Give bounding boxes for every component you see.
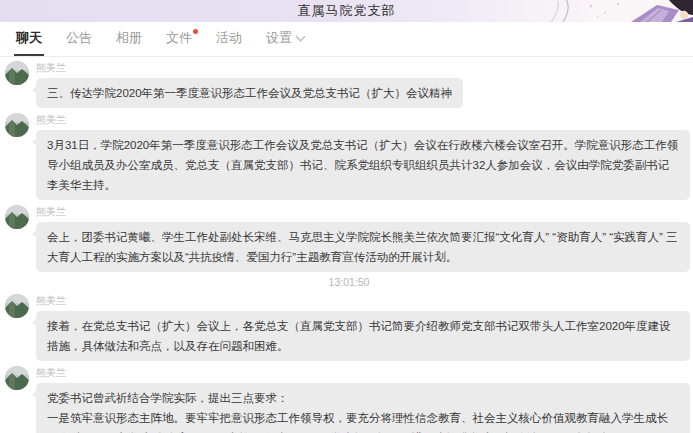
sender-name: 熊美兰 xyxy=(36,61,690,75)
avatar[interactable] xyxy=(5,61,29,85)
message-body: 熊美兰 接着，在党总支书记（扩大）会议上，各党总支（直属党支部）书记简要介绍教师… xyxy=(36,293,693,361)
avatar-image xyxy=(5,366,29,390)
tab-chat-label: 聊天 xyxy=(16,29,42,47)
tab-chat[interactable]: 聊天 xyxy=(14,22,44,56)
avatar-image xyxy=(5,294,29,318)
chat-message: 熊美兰 接着，在党总支书记（扩大）会议上，各党总支（直属党支部）书记简要介绍教师… xyxy=(5,293,693,361)
avatar[interactable] xyxy=(5,366,29,390)
sender-name: 熊美兰 xyxy=(36,205,690,219)
tab-activities[interactable]: 活动 xyxy=(214,22,244,56)
chat-message-list: 熊美兰 三、传达学院2020年第一季度意识形态工作会议及党总支书记（扩大）会议精… xyxy=(0,57,693,433)
avatar[interactable] xyxy=(5,205,29,229)
sender-name: 熊美兰 xyxy=(36,366,690,380)
chevron-down-icon xyxy=(296,32,306,42)
tab-activities-label: 活动 xyxy=(216,29,242,47)
sender-name: 熊美兰 xyxy=(36,294,690,308)
tab-announcements-label: 公告 xyxy=(66,29,92,47)
message-body: 熊美兰 党委书记曾武祈结合学院实际，提出三点要求： 一是筑牢意识形态主阵地。要牢… xyxy=(36,365,693,433)
chat-message: 熊美兰 三、传达学院2020年第一季度意识形态工作会议及党总支书记（扩大）会议精… xyxy=(5,60,693,108)
message-body: 熊美兰 3月31日，学院2020年第一季度意识形态工作会议及党总支书记（扩大）会… xyxy=(36,112,693,200)
message-bubble: 党委书记曾武祈结合学院实际，提出三点要求： 一是筑牢意识形态主阵地。要牢牢把意识… xyxy=(36,383,690,433)
header-artwork-image xyxy=(543,0,693,22)
message-bubble: 接着，在党总支书记（扩大）会议上，各党总支（直属党支部）书记简要介绍教师党支部书… xyxy=(36,311,690,361)
avatar[interactable] xyxy=(5,294,29,318)
tab-files-label: 文件 xyxy=(166,29,192,47)
tab-announcements[interactable]: 公告 xyxy=(64,22,94,56)
group-header: 直属马院党支部 xyxy=(0,0,693,22)
avatar[interactable] xyxy=(5,113,29,137)
timestamp: 13:01:50 xyxy=(5,276,693,288)
message-bubble: 三、传达学院2020年第一季度意识形态工作会议及党总支书记（扩大）会议精神 xyxy=(36,78,463,108)
chat-message: 熊美兰 会上，团委书记黄曦、学生工作处副处长宋维、马克思主义学院院长熊美兰依次简… xyxy=(5,204,693,272)
message-bubble: 会上，团委书记黄曦、学生工作处副处长宋维、马克思主义学院院长熊美兰依次简要汇报“… xyxy=(36,222,690,272)
sender-name: 熊美兰 xyxy=(36,113,690,127)
new-badge-dot xyxy=(193,29,198,34)
tab-settings[interactable]: 设置 xyxy=(264,22,306,56)
avatar-image xyxy=(5,113,29,137)
message-bubble: 3月31日，学院2020年第一季度意识形态工作会议及党总支书记（扩大）会议在行政… xyxy=(36,130,690,200)
message-body: 熊美兰 会上，团委书记黄曦、学生工作处副处长宋维、马克思主义学院院长熊美兰依次简… xyxy=(36,204,693,272)
tab-files[interactable]: 文件 xyxy=(164,22,194,56)
tab-albums-label: 相册 xyxy=(116,29,142,47)
tab-settings-label: 设置 xyxy=(266,29,292,47)
chat-message: 熊美兰 3月31日，学院2020年第一季度意识形态工作会议及党总支书记（扩大）会… xyxy=(5,112,693,200)
group-tabbar: 聊天 公告 相册 文件 活动 设置 xyxy=(0,22,693,57)
avatar-image xyxy=(5,205,29,229)
avatar-image xyxy=(5,61,29,85)
group-title: 直属马院党支部 xyxy=(298,2,396,20)
chat-message: 熊美兰 党委书记曾武祈结合学院实际，提出三点要求： 一是筑牢意识形态主阵地。要牢… xyxy=(5,365,693,433)
tab-albums[interactable]: 相册 xyxy=(114,22,144,56)
message-body: 熊美兰 三、传达学院2020年第一季度意识形态工作会议及党总支书记（扩大）会议精… xyxy=(36,60,693,108)
